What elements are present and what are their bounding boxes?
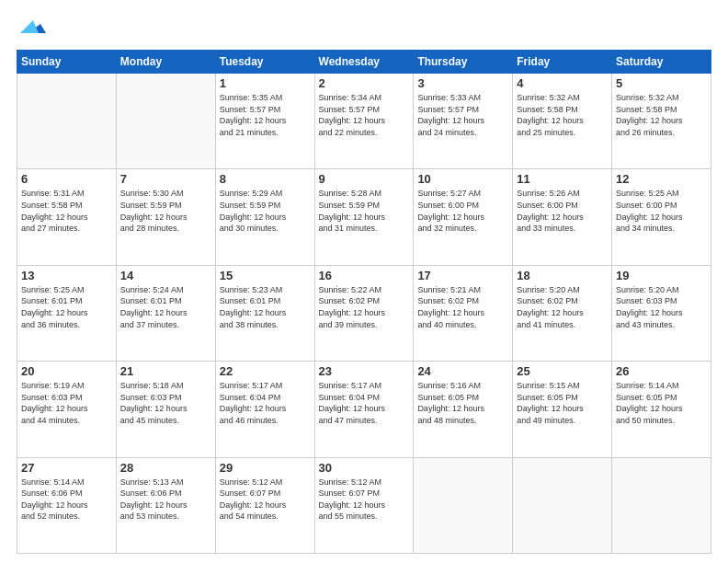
calendar-cell: 12Sunrise: 5:25 AM Sunset: 6:00 PM Dayli…	[612, 169, 711, 265]
col-thursday: Thursday	[414, 51, 513, 74]
calendar-cell: 26Sunrise: 5:14 AM Sunset: 6:05 PM Dayli…	[612, 362, 711, 457]
col-sunday: Sunday	[17, 51, 117, 74]
day-info: Sunrise: 5:30 AM Sunset: 5:59 PM Dayligh…	[120, 188, 211, 234]
col-wednesday: Wednesday	[314, 51, 414, 74]
calendar-cell: 17Sunrise: 5:21 AM Sunset: 6:02 PM Dayli…	[414, 265, 513, 361]
day-number: 22	[220, 364, 311, 378]
calendar-table: Sunday Monday Tuesday Wednesday Thursday…	[17, 50, 711, 554]
calendar-cell: 5Sunrise: 5:32 AM Sunset: 5:58 PM Daylig…	[612, 74, 711, 169]
col-monday: Monday	[116, 51, 215, 74]
day-number: 5	[616, 76, 707, 90]
calendar-cell: 30Sunrise: 5:12 AM Sunset: 6:07 PM Dayli…	[314, 457, 414, 553]
day-info: Sunrise: 5:25 AM Sunset: 6:00 PM Dayligh…	[616, 188, 707, 234]
day-info: Sunrise: 5:26 AM Sunset: 6:00 PM Dayligh…	[517, 188, 608, 234]
calendar-cell: 23Sunrise: 5:17 AM Sunset: 6:04 PM Dayli…	[314, 362, 414, 457]
day-number: 19	[616, 269, 707, 282]
day-number: 15	[220, 269, 311, 282]
calendar-cell	[116, 74, 215, 169]
day-info: Sunrise: 5:21 AM Sunset: 6:02 PM Dayligh…	[417, 284, 508, 330]
day-info: Sunrise: 5:12 AM Sunset: 6:07 PM Dayligh…	[220, 477, 311, 523]
calendar-cell: 6Sunrise: 5:31 AM Sunset: 5:58 PM Daylig…	[17, 169, 117, 265]
day-number: 12	[616, 172, 707, 186]
calendar-cell: 13Sunrise: 5:25 AM Sunset: 6:01 PM Dayli…	[17, 265, 117, 361]
day-number: 30	[319, 461, 410, 475]
calendar-week-row-4: 20Sunrise: 5:19 AM Sunset: 6:03 PM Dayli…	[17, 362, 711, 457]
day-number: 28	[120, 461, 211, 475]
calendar-week-row-1: 1Sunrise: 5:35 AM Sunset: 5:57 PM Daylig…	[17, 74, 711, 169]
day-number: 8	[220, 172, 311, 186]
calendar-cell: 22Sunrise: 5:17 AM Sunset: 6:04 PM Dayli…	[215, 362, 314, 457]
calendar-cell: 25Sunrise: 5:15 AM Sunset: 6:05 PM Dayli…	[513, 362, 612, 457]
day-info: Sunrise: 5:23 AM Sunset: 6:01 PM Dayligh…	[220, 284, 311, 330]
day-number: 21	[120, 364, 211, 378]
day-info: Sunrise: 5:29 AM Sunset: 5:59 PM Dayligh…	[220, 188, 311, 234]
day-number: 18	[517, 269, 608, 282]
calendar-cell: 18Sunrise: 5:20 AM Sunset: 6:02 PM Dayli…	[513, 265, 612, 361]
day-info: Sunrise: 5:13 AM Sunset: 6:06 PM Dayligh…	[120, 477, 211, 523]
logo-icon	[20, 13, 48, 40]
day-number: 3	[417, 76, 508, 90]
calendar-body: 1Sunrise: 5:35 AM Sunset: 5:57 PM Daylig…	[17, 74, 711, 554]
day-number: 11	[517, 172, 608, 186]
day-info: Sunrise: 5:16 AM Sunset: 6:05 PM Dayligh…	[417, 380, 508, 426]
calendar-cell: 15Sunrise: 5:23 AM Sunset: 6:01 PM Dayli…	[215, 265, 314, 361]
calendar-cell: 1Sunrise: 5:35 AM Sunset: 5:57 PM Daylig…	[215, 74, 314, 169]
day-number: 1	[220, 76, 311, 90]
day-info: Sunrise: 5:17 AM Sunset: 6:04 PM Dayligh…	[319, 380, 410, 426]
day-info: Sunrise: 5:22 AM Sunset: 6:02 PM Dayligh…	[319, 284, 410, 330]
day-number: 4	[517, 76, 608, 90]
calendar-cell	[17, 74, 117, 169]
calendar-cell: 11Sunrise: 5:26 AM Sunset: 6:00 PM Dayli…	[513, 169, 612, 265]
day-info: Sunrise: 5:32 AM Sunset: 5:58 PM Dayligh…	[616, 92, 707, 138]
calendar-cell: 28Sunrise: 5:13 AM Sunset: 6:06 PM Dayli…	[116, 457, 215, 553]
calendar-cell: 4Sunrise: 5:32 AM Sunset: 5:58 PM Daylig…	[513, 74, 612, 169]
day-number: 14	[120, 269, 211, 282]
day-number: 13	[21, 269, 112, 282]
calendar-cell: 7Sunrise: 5:30 AM Sunset: 5:59 PM Daylig…	[116, 169, 215, 265]
day-info: Sunrise: 5:28 AM Sunset: 5:59 PM Dayligh…	[319, 188, 410, 234]
day-info: Sunrise: 5:19 AM Sunset: 6:03 PM Dayligh…	[21, 380, 112, 426]
calendar-cell: 9Sunrise: 5:28 AM Sunset: 5:59 PM Daylig…	[314, 169, 414, 265]
day-number: 7	[120, 172, 211, 186]
calendar-cell	[414, 457, 513, 553]
day-number: 17	[417, 269, 508, 282]
day-info: Sunrise: 5:17 AM Sunset: 6:04 PM Dayligh…	[220, 380, 311, 426]
day-info: Sunrise: 5:25 AM Sunset: 6:01 PM Dayligh…	[21, 284, 112, 330]
day-info: Sunrise: 5:18 AM Sunset: 6:03 PM Dayligh…	[120, 380, 211, 426]
day-number: 10	[417, 172, 508, 186]
calendar-cell: 19Sunrise: 5:20 AM Sunset: 6:03 PM Dayli…	[612, 265, 711, 361]
day-number: 2	[319, 76, 410, 90]
day-number: 23	[319, 364, 410, 378]
calendar-cell	[612, 457, 711, 553]
day-info: Sunrise: 5:12 AM Sunset: 6:07 PM Dayligh…	[319, 477, 410, 523]
day-info: Sunrise: 5:35 AM Sunset: 5:57 PM Dayligh…	[220, 92, 311, 138]
header	[17, 17, 711, 40]
day-number: 6	[21, 172, 112, 186]
col-saturday: Saturday	[612, 51, 711, 74]
day-info: Sunrise: 5:14 AM Sunset: 6:05 PM Dayligh…	[616, 380, 707, 426]
calendar-cell: 10Sunrise: 5:27 AM Sunset: 6:00 PM Dayli…	[414, 169, 513, 265]
calendar-header-row: Sunday Monday Tuesday Wednesday Thursday…	[17, 51, 711, 74]
calendar-cell: 20Sunrise: 5:19 AM Sunset: 6:03 PM Dayli…	[17, 362, 117, 457]
calendar-cell: 3Sunrise: 5:33 AM Sunset: 5:57 PM Daylig…	[414, 74, 513, 169]
day-number: 29	[220, 461, 311, 475]
calendar-cell: 2Sunrise: 5:34 AM Sunset: 5:57 PM Daylig…	[314, 74, 414, 169]
calendar-cell: 8Sunrise: 5:29 AM Sunset: 5:59 PM Daylig…	[215, 169, 314, 265]
col-friday: Friday	[513, 51, 612, 74]
day-info: Sunrise: 5:32 AM Sunset: 5:58 PM Dayligh…	[517, 92, 608, 138]
day-number: 25	[517, 364, 608, 378]
day-number: 24	[417, 364, 508, 378]
day-info: Sunrise: 5:31 AM Sunset: 5:58 PM Dayligh…	[21, 188, 112, 234]
day-info: Sunrise: 5:34 AM Sunset: 5:57 PM Dayligh…	[319, 92, 410, 138]
day-info: Sunrise: 5:15 AM Sunset: 6:05 PM Dayligh…	[517, 380, 608, 426]
day-number: 27	[21, 461, 112, 475]
calendar-cell: 24Sunrise: 5:16 AM Sunset: 6:05 PM Dayli…	[414, 362, 513, 457]
day-info: Sunrise: 5:33 AM Sunset: 5:57 PM Dayligh…	[417, 92, 508, 138]
logo	[17, 17, 48, 40]
col-tuesday: Tuesday	[215, 51, 314, 74]
calendar-cell: 21Sunrise: 5:18 AM Sunset: 6:03 PM Dayli…	[116, 362, 215, 457]
calendar-cell: 29Sunrise: 5:12 AM Sunset: 6:07 PM Dayli…	[215, 457, 314, 553]
calendar-cell: 14Sunrise: 5:24 AM Sunset: 6:01 PM Dayli…	[116, 265, 215, 361]
calendar-week-row-5: 27Sunrise: 5:14 AM Sunset: 6:06 PM Dayli…	[17, 457, 711, 553]
calendar-cell: 16Sunrise: 5:22 AM Sunset: 6:02 PM Dayli…	[314, 265, 414, 361]
